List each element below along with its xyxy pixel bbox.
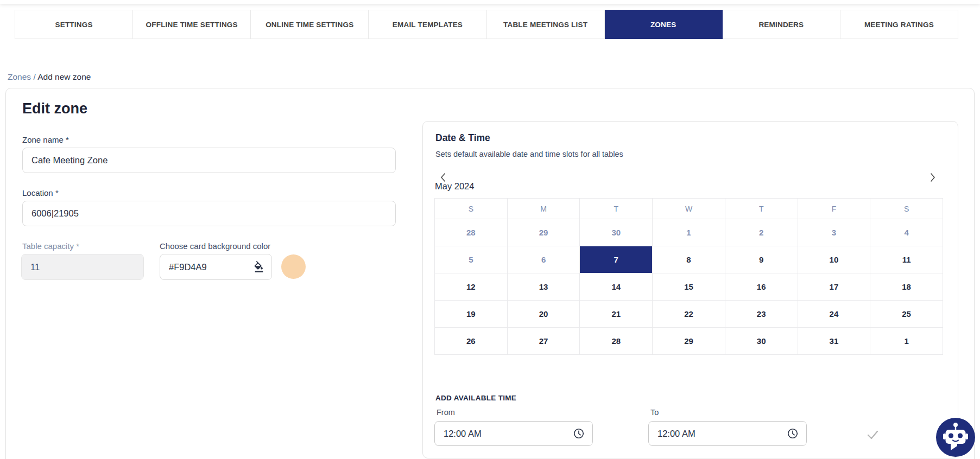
calendar-day-header: M bbox=[508, 199, 580, 219]
calendar-day-cell[interactable]: 3 bbox=[798, 219, 871, 246]
calendar-day-cell[interactable]: 28 bbox=[580, 328, 653, 355]
calendar-day-cell[interactable]: 27 bbox=[508, 328, 580, 355]
calendar-day-cell[interactable]: 14 bbox=[580, 273, 653, 301]
calendar-day-cell[interactable]: 12 bbox=[435, 273, 508, 301]
calendar-day-cell[interactable]: 23 bbox=[725, 301, 798, 328]
table-capacity-label: Table capacity * bbox=[22, 241, 79, 251]
calendar-day-cell[interactable]: 1 bbox=[653, 219, 725, 246]
card-color-input[interactable] bbox=[169, 262, 253, 272]
confirm-time-check-icon[interactable] bbox=[865, 427, 880, 442]
edit-zone-card: Edit zone Zone name * Location * Table c… bbox=[5, 88, 975, 459]
chevron-right-icon bbox=[930, 173, 935, 184]
calendar-day-cell[interactable]: 29 bbox=[508, 219, 580, 246]
calendar-day-cell[interactable]: 2 bbox=[725, 219, 798, 246]
tab-table-meetings-list[interactable]: TABLE MEETINGS LIST bbox=[487, 10, 605, 39]
calendar-day-cell[interactable]: 29 bbox=[653, 328, 725, 355]
calendar-day-cell[interactable]: 11 bbox=[870, 246, 943, 273]
calendar-day-header: T bbox=[580, 199, 653, 219]
calendar-day-cell[interactable]: 21 bbox=[580, 301, 653, 328]
tab-zones[interactable]: ZONES bbox=[605, 10, 723, 39]
calendar-day-cell[interactable]: 15 bbox=[653, 273, 725, 301]
calendar-day-header: S bbox=[435, 199, 508, 219]
calendar-day-cell[interactable]: 4 bbox=[870, 219, 943, 246]
from-label: From bbox=[437, 408, 455, 417]
from-time-field bbox=[434, 421, 593, 446]
breadcrumb-separator: / bbox=[31, 72, 37, 81]
calendar-day-cell[interactable]: 26 bbox=[435, 328, 508, 355]
calendar-day-cell[interactable]: 30 bbox=[580, 219, 653, 246]
calendar-day-cell[interactable]: 24 bbox=[798, 301, 871, 328]
chatbot-launcher-button[interactable] bbox=[936, 418, 975, 457]
calendar-day-header: F bbox=[798, 199, 871, 219]
calendar-day-header: T bbox=[725, 199, 798, 219]
date-time-panel: Date & Time Sets default available date … bbox=[422, 121, 958, 458]
calendar-day-cell[interactable]: 16 bbox=[725, 273, 798, 301]
page-title: Edit zone bbox=[22, 100, 87, 117]
clock-icon[interactable] bbox=[787, 428, 799, 439]
date-time-title: Date & Time bbox=[435, 132, 490, 144]
from-time-input[interactable] bbox=[444, 429, 573, 439]
calendar-day-cell[interactable]: 17 bbox=[798, 273, 871, 301]
tab-offline-time-settings[interactable]: OFFLINE TIME SETTINGS bbox=[133, 10, 251, 39]
calendar-day-cell[interactable]: 6 bbox=[508, 246, 580, 273]
calendar-day-header: S bbox=[870, 199, 943, 219]
calendar-day-cell[interactable]: 19 bbox=[435, 301, 508, 328]
breadcrumb-current: Add new zone bbox=[37, 72, 91, 81]
calendar-day-cell[interactable]: 20 bbox=[508, 301, 580, 328]
calendar-day-cell[interactable]: 8 bbox=[653, 246, 725, 273]
calendar-day-cell[interactable]: 25 bbox=[870, 301, 943, 328]
calendar-day-cell[interactable]: 10 bbox=[798, 246, 871, 273]
calendar-day-cell[interactable]: 22 bbox=[653, 301, 725, 328]
tab-meeting-ratings[interactable]: MEETING RATINGS bbox=[840, 10, 958, 39]
to-label: To bbox=[650, 408, 659, 417]
calendar-day-cell[interactable]: 30 bbox=[725, 328, 798, 355]
settings-tab-bar: SETTINGSOFFLINE TIME SETTINGSONLINE TIME… bbox=[15, 10, 958, 39]
to-time-field bbox=[648, 421, 807, 446]
calendar-day-cell[interactable]: 28 bbox=[435, 219, 508, 246]
calendar-next-button[interactable] bbox=[927, 172, 939, 184]
calendar-month-label: May 2024 bbox=[435, 181, 474, 192]
calendar-day-cell[interactable]: 31 bbox=[798, 328, 871, 355]
calendar-day-cell[interactable]: 13 bbox=[508, 273, 580, 301]
tab-reminders[interactable]: REMINDERS bbox=[723, 10, 840, 39]
paint-bucket-icon[interactable] bbox=[253, 261, 265, 273]
top-shadow-bar bbox=[0, 0, 980, 4]
calendar-day-selected[interactable]: 7 bbox=[580, 246, 653, 273]
card-color-label: Choose card background color bbox=[160, 241, 270, 251]
tab-email-templates[interactable]: EMAIL TEMPLATES bbox=[369, 10, 486, 39]
robot-icon bbox=[936, 449, 975, 458]
calendar-grid: SMTWTFS282930123456789101112131415161718… bbox=[434, 198, 943, 355]
tab-settings[interactable]: SETTINGS bbox=[15, 10, 133, 39]
to-time-input[interactable] bbox=[657, 429, 787, 439]
color-swatch bbox=[281, 254, 306, 279]
breadcrumb-zones-link[interactable]: Zones bbox=[8, 72, 31, 81]
calendar-day-cell[interactable]: 5 bbox=[435, 246, 508, 273]
date-time-subtitle: Sets default available date and time slo… bbox=[435, 150, 623, 158]
breadcrumb: Zones / Add new zone bbox=[8, 72, 91, 82]
table-capacity-input bbox=[21, 254, 144, 280]
calendar-day-header: W bbox=[653, 199, 725, 219]
tab-online-time-settings[interactable]: ONLINE TIME SETTINGS bbox=[251, 10, 369, 39]
location-input[interactable] bbox=[22, 201, 396, 226]
calendar-day-cell[interactable]: 1 bbox=[870, 328, 943, 355]
calendar-day-cell[interactable]: 9 bbox=[725, 246, 798, 273]
zone-name-input[interactable] bbox=[22, 148, 396, 173]
clock-icon[interactable] bbox=[573, 428, 585, 439]
add-available-time-heading: ADD AVAILABLE TIME bbox=[435, 394, 516, 402]
zone-name-label: Zone name * bbox=[22, 135, 69, 144]
calendar-day-cell[interactable]: 18 bbox=[870, 273, 943, 301]
location-label: Location * bbox=[22, 188, 59, 197]
card-color-field bbox=[160, 254, 272, 280]
